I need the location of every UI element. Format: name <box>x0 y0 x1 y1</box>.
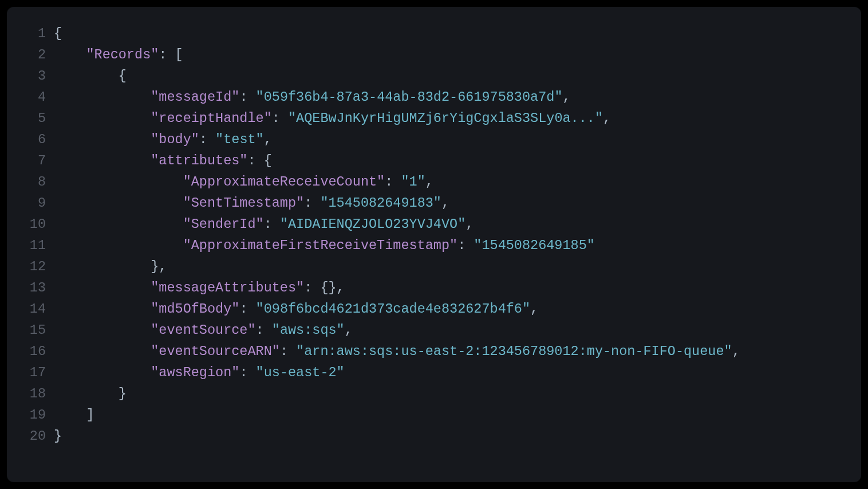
code-token-key: "body" <box>151 132 199 147</box>
code-token-brace: { <box>54 68 127 84</box>
code-content[interactable]: "Records": [ <box>54 44 183 65</box>
code-content[interactable]: "messageId": "059f36b4-87a3-44ab-83d2-66… <box>54 86 571 108</box>
code-token-str: "1545082649183" <box>320 195 441 211</box>
code-token-punct <box>54 301 151 317</box>
code-line[interactable]: 14 "md5OfBody": "098f6bcd4621d373cade4e8… <box>7 298 861 320</box>
code-line[interactable]: 2 "Records": [ <box>7 44 861 65</box>
code-token-punct <box>54 216 183 232</box>
code-token-key: "messageId" <box>151 89 239 105</box>
code-block[interactable]: 1{2 "Records": [3 {4 "messageId": "059f3… <box>7 7 861 482</box>
code-token-key: "ApproximateFirstReceiveTimestamp" <box>183 238 457 253</box>
code-content[interactable]: } <box>54 425 62 447</box>
code-content[interactable]: "ApproximateReceiveCount": "1", <box>54 171 433 192</box>
line-number: 6 <box>7 129 54 150</box>
line-number: 12 <box>7 256 54 277</box>
code-line[interactable]: 16 "eventSourceARN": "arn:aws:sqs:us-eas… <box>7 341 861 362</box>
code-content[interactable]: "messageAttributes": {}, <box>54 277 345 298</box>
code-token-punct <box>54 322 151 338</box>
line-number: 15 <box>7 320 54 341</box>
code-token-str: "AIDAIENQZJOLO23YVJ4VO" <box>280 216 465 232</box>
code-content[interactable]: }, <box>54 256 167 277</box>
code-token-str: "1545082649185" <box>474 238 595 253</box>
line-number: 5 <box>7 108 54 129</box>
code-token-punct: : <box>256 322 272 338</box>
code-content[interactable]: } <box>54 383 127 404</box>
code-token-punct: : <box>457 238 474 253</box>
code-content[interactable]: "SentTimestamp": "1545082649183", <box>54 192 449 214</box>
code-line[interactable]: 17 "awsRegion": "us-east-2" <box>7 362 861 383</box>
code-token-punct <box>54 132 151 147</box>
code-token-brace: } <box>54 428 62 444</box>
line-number: 9 <box>7 192 54 214</box>
code-content[interactable]: "receiptHandle": "AQEBwJnKyrHigUMZj6rYig… <box>54 108 611 129</box>
line-number: 11 <box>7 235 54 256</box>
code-token-punct: , <box>732 344 740 359</box>
code-line[interactable]: 3 { <box>7 65 861 86</box>
code-token-punct: : [ <box>159 47 183 62</box>
code-line[interactable]: 8 "ApproximateReceiveCount": "1", <box>7 171 861 192</box>
code-token-str: "059f36b4-87a3-44ab-83d2-661975830a7d" <box>256 89 563 105</box>
code-line[interactable]: 15 "eventSource": "aws:sqs", <box>7 320 861 341</box>
code-token-key: "attributes" <box>151 153 247 168</box>
code-line[interactable]: 6 "body": "test", <box>7 129 861 150</box>
line-number: 19 <box>7 404 54 425</box>
code-line[interactable]: 18 } <box>7 383 861 404</box>
code-content[interactable]: "ApproximateFirstReceiveTimestamp": "154… <box>54 235 595 256</box>
code-line[interactable]: 11 "ApproximateFirstReceiveTimestamp": "… <box>7 235 861 256</box>
code-token-punct <box>54 89 151 105</box>
code-content[interactable]: "eventSourceARN": "arn:aws:sqs:us-east-2… <box>54 341 740 362</box>
code-token-key: "receiptHandle" <box>151 111 272 126</box>
line-number: 13 <box>7 277 54 298</box>
code-token-punct <box>54 47 86 62</box>
code-token-punct <box>54 238 183 253</box>
code-line[interactable]: 9 "SentTimestamp": "1545082649183", <box>7 192 861 214</box>
code-content[interactable]: { <box>54 23 62 44</box>
code-content[interactable]: "awsRegion": "us-east-2" <box>54 362 345 383</box>
code-content[interactable]: "eventSource": "aws:sqs", <box>54 320 353 341</box>
code-token-key: "SenderId" <box>183 216 264 232</box>
code-token-brace: ] <box>54 407 94 423</box>
code-token-punct: , <box>530 301 538 317</box>
code-line[interactable]: 10 "SenderId": "AIDAIENQZJOLO23YVJ4VO", <box>7 214 861 235</box>
code-content[interactable]: "SenderId": "AIDAIENQZJOLO23YVJ4VO", <box>54 214 474 235</box>
code-token-brace: } <box>54 386 127 401</box>
code-line[interactable]: 5 "receiptHandle": "AQEBwJnKyrHigUMZj6rY… <box>7 108 861 129</box>
code-token-punct: : <box>264 216 280 232</box>
code-token-punct <box>54 174 183 190</box>
code-line[interactable]: 19 ] <box>7 404 861 425</box>
code-line[interactable]: 12 }, <box>7 256 861 277</box>
code-content[interactable]: "md5OfBody": "098f6bcd4621d373cade4e8326… <box>54 298 538 320</box>
line-number: 3 <box>7 65 54 86</box>
code-line[interactable]: 13 "messageAttributes": {}, <box>7 277 861 298</box>
code-line[interactable]: 20} <box>7 425 861 447</box>
code-content[interactable]: "body": "test", <box>54 129 272 150</box>
code-token-punct: : { <box>247 153 271 168</box>
code-token-punct: , <box>441 195 449 211</box>
code-token-str: "aws:sqs" <box>272 322 345 338</box>
line-number: 16 <box>7 341 54 362</box>
code-token-punct <box>54 111 151 126</box>
code-token-key: "messageAttributes" <box>151 280 304 295</box>
code-token-str: "1" <box>401 174 425 190</box>
code-line[interactable]: 1{ <box>7 23 861 44</box>
line-number: 20 <box>7 425 54 447</box>
code-token-key: "awsRegion" <box>151 365 239 380</box>
code-token-punct: : {}, <box>304 280 345 295</box>
code-content[interactable]: { <box>54 65 127 86</box>
code-content[interactable]: ] <box>54 404 94 425</box>
line-number: 14 <box>7 298 54 320</box>
line-number: 2 <box>7 44 54 65</box>
line-number: 1 <box>7 23 54 44</box>
code-line[interactable]: 7 "attributes": { <box>7 150 861 171</box>
code-line[interactable]: 4 "messageId": "059f36b4-87a3-44ab-83d2-… <box>7 86 861 108</box>
code-token-key: "eventSource" <box>151 322 255 338</box>
code-token-punct: : <box>199 132 215 147</box>
code-token-punct: , <box>603 111 611 126</box>
code-token-punct: , <box>562 89 570 105</box>
code-content[interactable]: "attributes": { <box>54 150 272 171</box>
code-token-punct: , <box>264 132 272 147</box>
code-token-str: "us-east-2" <box>256 365 345 380</box>
line-number: 8 <box>7 171 54 192</box>
code-token-brace: }, <box>54 259 167 274</box>
code-token-punct: : <box>239 89 255 105</box>
